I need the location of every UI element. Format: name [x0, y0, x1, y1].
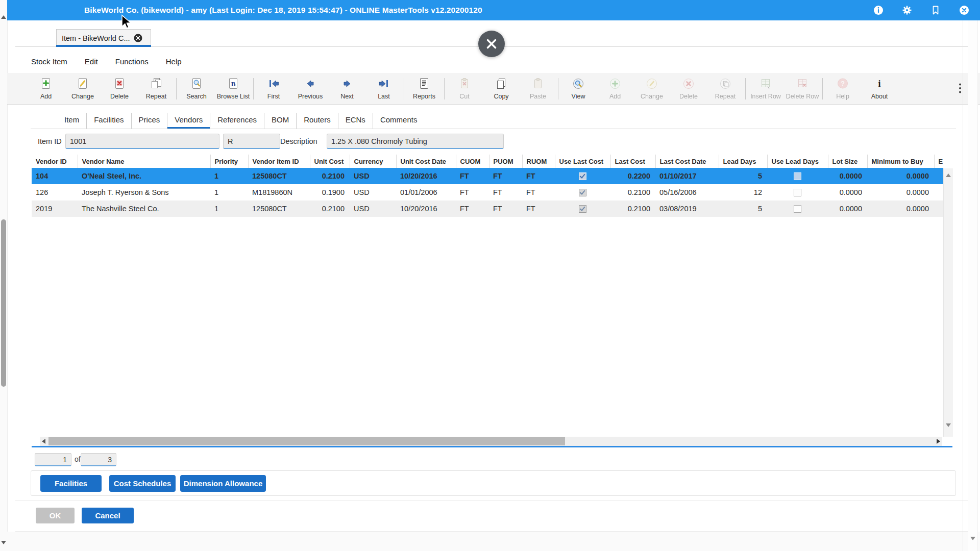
- toolbar-row-delete-button[interactable]: Delete: [670, 77, 707, 100]
- cell-currency: USD: [350, 201, 396, 217]
- tab-close-icon[interactable]: [134, 34, 142, 42]
- facilities-button[interactable]: Facilities: [40, 475, 102, 492]
- use-last-cost-checkbox[interactable]: [579, 172, 586, 180]
- description-field[interactable]: [327, 134, 504, 149]
- current-page-field[interactable]: [35, 453, 71, 466]
- scroll-up-arrow-icon[interactable]: [1, 15, 6, 19]
- col-header-currency[interactable]: Currency: [350, 155, 396, 168]
- page-vertical-scrollbar-left[interactable]: [0, 0, 8, 551]
- close-icon[interactable]: [959, 5, 970, 16]
- grid-vertical-scrollbar[interactable]: [943, 168, 953, 437]
- scroll-down-arrow-icon[interactable]: [946, 423, 951, 427]
- scroll-left-arrow-icon[interactable]: [42, 439, 45, 444]
- item-id-field[interactable]: [65, 134, 219, 149]
- col-header-priority[interactable]: Priority: [210, 155, 248, 168]
- toolbar-browse-list-button[interactable]: BBrowse List: [215, 77, 252, 100]
- toolbar-insert-row-button[interactable]: Insert Row: [747, 77, 784, 100]
- subtab-bom[interactable]: BOM: [264, 113, 297, 129]
- toolbar-first-button[interactable]: First: [255, 77, 292, 100]
- scrollbar-thumb[interactable]: [48, 437, 565, 445]
- toolbar-row-repeat-button[interactable]: Repeat: [707, 77, 744, 100]
- insert-row-icon: [759, 77, 772, 92]
- toolbar-previous-button[interactable]: Previous: [292, 77, 329, 100]
- toolbar-copy-button[interactable]: Copy: [483, 77, 520, 100]
- col-header-use-lead-days[interactable]: Use Lead Days: [767, 155, 828, 168]
- toolbar-help-button[interactable]: ?Help: [824, 77, 861, 100]
- scroll-right-arrow-icon[interactable]: [937, 439, 940, 444]
- col-header-unit-cost-date[interactable]: Unit Cost Date: [396, 155, 456, 168]
- dimension-allowance-button[interactable]: Dimension Allowance: [180, 475, 266, 492]
- use-last-cost-checkbox[interactable]: [579, 189, 586, 196]
- cancel-button[interactable]: Cancel: [82, 508, 134, 523]
- col-header-puom[interactable]: PUOM: [489, 155, 522, 168]
- menu-functions[interactable]: Functions: [115, 56, 149, 67]
- col-header-use-last-cost[interactable]: Use Last Cost: [555, 155, 610, 168]
- use-last-cost-checkbox[interactable]: [579, 205, 586, 213]
- toolbar-change-button[interactable]: Change: [64, 77, 101, 100]
- page-vertical-scrollbar-right[interactable]: [968, 20, 978, 551]
- scroll-up-arrow-icon[interactable]: [946, 173, 951, 177]
- toolbar-view-button[interactable]: View: [560, 77, 597, 100]
- menu-help[interactable]: Help: [165, 56, 182, 67]
- menu-edit[interactable]: Edit: [84, 56, 99, 67]
- toolbar-paste-button[interactable]: Paste: [520, 77, 556, 100]
- col-header-unit-cost[interactable]: Unit Cost: [310, 155, 350, 168]
- toolbar-row-change-button[interactable]: Change: [633, 77, 670, 100]
- subtab-references[interactable]: References: [210, 113, 264, 129]
- vendor-row-2019[interactable]: 2019 The Nashville Steel Co. 1 125080CT …: [32, 201, 943, 217]
- total-pages-field[interactable]: [81, 453, 116, 466]
- grid-horizontal-scrollbar[interactable]: [40, 437, 942, 446]
- cell-ruom: FT: [522, 168, 555, 184]
- toolbar-repeat-button[interactable]: Repeat: [138, 77, 175, 100]
- toolbar-next-button[interactable]: Next: [329, 77, 365, 100]
- cell-minimum-to-buy: 0.0000: [867, 168, 934, 184]
- col-header-vendor-id[interactable]: Vendor ID: [32, 155, 78, 168]
- toolbar-last-button[interactable]: Last: [365, 77, 402, 100]
- cell-vendor-id: 126: [32, 184, 78, 201]
- more-options-kebab-icon[interactable]: [953, 77, 967, 101]
- subtab-routers[interactable]: Routers: [297, 113, 338, 129]
- vendor-row-104[interactable]: 104 O'Neal Steel, Inc. 1 125080CT 0.2100…: [32, 168, 943, 184]
- dialog-close-button[interactable]: [477, 30, 506, 58]
- use-lead-days-checkbox[interactable]: [794, 172, 801, 180]
- col-header-cuom[interactable]: CUOM: [456, 155, 489, 168]
- toolbar-search-button[interactable]: Search: [178, 77, 215, 100]
- subtab-vendors[interactable]: Vendors: [167, 113, 210, 129]
- col-header-lot-size[interactable]: Lot Size: [828, 155, 867, 168]
- vendor-row-126[interactable]: 126 Joseph T. Ryerson & Sons 1 M1819860N…: [32, 184, 943, 201]
- cost-schedules-button[interactable]: Cost Schedules: [109, 475, 176, 492]
- col-header-vendor-name[interactable]: Vendor Name: [78, 155, 210, 168]
- col-header-last-cost[interactable]: Last Cost: [610, 155, 655, 168]
- scrollbar-thumb[interactable]: [1, 219, 6, 387]
- col-header-last-cost-date[interactable]: Last Cost Date: [655, 155, 719, 168]
- toolbar-row-add-button[interactable]: Add: [597, 77, 633, 100]
- menu-stock-item[interactable]: Stock Item: [31, 56, 68, 67]
- subtab-ecns[interactable]: ECNs: [338, 113, 373, 129]
- toolbar-about-button[interactable]: iAbout: [861, 77, 898, 100]
- toolbar-add-button[interactable]: Add: [28, 77, 64, 100]
- toolbar-reports-button[interactable]: Reports: [406, 77, 443, 100]
- toolbar-item-label: Cut: [459, 93, 469, 100]
- col-header-lead-days[interactable]: Lead Days: [719, 155, 767, 168]
- use-lead-days-checkbox[interactable]: [794, 189, 801, 196]
- tab-item-bikeworld[interactable]: Item - BikeWorld C...: [56, 29, 151, 46]
- toolbar-cut-button[interactable]: Cut: [446, 77, 483, 100]
- ok-button[interactable]: OK: [36, 508, 75, 523]
- subtab-facilities[interactable]: Facilities: [87, 113, 131, 129]
- col-header-vendor-item-id[interactable]: Vendor Item ID: [248, 155, 310, 168]
- revision-field[interactable]: [223, 134, 280, 149]
- use-lead-days-checkbox[interactable]: [794, 205, 801, 213]
- subtab-prices[interactable]: Prices: [132, 113, 168, 129]
- info-icon[interactable]: [873, 5, 884, 16]
- col-header-ea[interactable]: Ea: [934, 155, 943, 168]
- toolbar-delete-row-button[interactable]: Delete Row: [784, 77, 821, 100]
- scroll-down-arrow-icon[interactable]: [970, 537, 975, 540]
- settings-gear-icon[interactable]: [901, 5, 913, 16]
- scroll-down-arrow-icon[interactable]: [1, 541, 6, 544]
- bookmark-icon[interactable]: [930, 5, 941, 16]
- subtab-item[interactable]: Item: [57, 113, 87, 129]
- col-header-ruom[interactable]: RUOM: [522, 155, 555, 168]
- col-header-minimum-to-buy[interactable]: Minimum to Buy: [867, 155, 934, 168]
- toolbar-delete-button[interactable]: Delete: [101, 77, 138, 100]
- subtab-comments[interactable]: Comments: [373, 113, 425, 129]
